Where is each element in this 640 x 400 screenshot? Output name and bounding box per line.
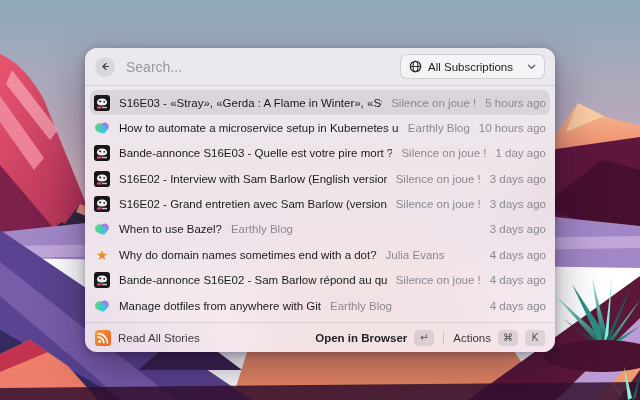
subscriptions-dropdown[interactable]: All Subscriptions [400, 54, 545, 79]
story-list: S16E03 - «Stray», «Gerda : A Flame in Wi… [85, 86, 555, 322]
item-time: 3 days ago [490, 173, 546, 185]
earthly-favicon [94, 120, 110, 136]
list-item[interactable]: When to use Bazel? Earthly Blog 3 days a… [90, 217, 550, 242]
read-all-stories-label: Read All Stories [118, 332, 200, 344]
list-item[interactable]: S16E02 - Interview with Sam Barlow (Engl… [90, 166, 550, 191]
search-bar: All Subscriptions [85, 48, 555, 86]
item-time: 10 hours ago [479, 122, 546, 134]
star-favicon: ★ [94, 247, 110, 263]
item-title: When to use Bazel? [119, 223, 222, 235]
enter-key-badge: ↵ [414, 330, 434, 346]
k-key-badge: K [525, 330, 545, 346]
item-title: Bande-annonce S16E02 - Sam Barlow répond… [119, 274, 387, 286]
action-bar: Read All Stories Open in Browser ↵ Actio… [85, 322, 555, 352]
item-source: Earthly Blog [231, 223, 293, 235]
soj-favicon [94, 171, 110, 187]
back-button[interactable] [95, 57, 115, 77]
item-title: S16E03 - «Stray», «Gerda : A Flame in Wi… [119, 97, 382, 109]
item-title: Manage dotfiles from anywhere with Git [119, 300, 321, 312]
item-time: 3 days ago [490, 198, 546, 210]
rss-search-panel: All Subscriptions S16E03 - «Stray», «Ger… [85, 48, 555, 352]
rss-icon [95, 330, 111, 346]
footer-divider [443, 332, 444, 344]
item-source: Silence on joue ! [396, 198, 481, 210]
desktop: All Subscriptions S16E03 - «Stray», «Ger… [0, 0, 640, 400]
list-item[interactable]: How to automate a microservice setup in … [90, 115, 550, 140]
command-key-badge: ⌘ [498, 330, 518, 346]
list-item[interactable]: Bande-annonce S16E03 - Quelle est votre … [90, 141, 550, 166]
globe-icon [409, 60, 422, 73]
soj-favicon [94, 272, 110, 288]
list-item[interactable]: Manage dotfiles from anywhere with Git E… [90, 293, 550, 318]
item-time: 4 days ago [490, 300, 546, 312]
item-source: Earthly Blog [330, 300, 392, 312]
item-source: Earthly Blog [408, 122, 470, 134]
subscriptions-dropdown-label: All Subscriptions [428, 61, 513, 73]
soj-favicon [94, 95, 110, 111]
item-source: Silence on joue ! [401, 147, 486, 159]
actions-button[interactable]: Actions [453, 332, 491, 344]
item-time: 1 day ago [495, 147, 546, 159]
search-input[interactable] [124, 58, 391, 76]
arrow-left-icon [101, 61, 109, 72]
item-source: Silence on joue ! [391, 97, 476, 109]
list-item[interactable]: ★ Why do domain names sometimes end with… [90, 242, 550, 267]
item-time: 5 hours ago [485, 97, 546, 109]
item-title: Why do domain names sometimes end with a… [119, 249, 377, 261]
item-time: 4 days ago [490, 249, 546, 261]
item-title: S16E02 - Interview with Sam Barlow (Engl… [119, 173, 387, 185]
item-time: 4 days ago [490, 274, 546, 286]
item-source: Julia Evans [386, 249, 445, 261]
open-in-browser-button[interactable]: Open in Browser [315, 332, 407, 344]
item-time: 3 days ago [490, 223, 546, 235]
item-source: Silence on joue ! [396, 173, 481, 185]
earthly-favicon [94, 221, 110, 237]
item-title: S16E02 - Grand entretien avec Sam Barlow… [119, 198, 387, 210]
list-item[interactable]: S16E03 - «Stray», «Gerda : A Flame in Wi… [90, 90, 550, 115]
item-title: How to automate a microservice setup in … [119, 122, 399, 134]
list-item[interactable]: S16E02 - Grand entretien avec Sam Barlow… [90, 192, 550, 217]
list-item[interactable]: Bande-annonce S16E02 - Sam Barlow répond… [90, 268, 550, 293]
chevron-down-icon [527, 62, 536, 71]
soj-favicon [94, 196, 110, 212]
item-title: Bande-annonce S16E03 - Quelle est votre … [119, 147, 392, 159]
earthly-favicon [94, 298, 110, 314]
item-source: Silence on joue ! [396, 274, 481, 286]
soj-favicon [94, 145, 110, 161]
